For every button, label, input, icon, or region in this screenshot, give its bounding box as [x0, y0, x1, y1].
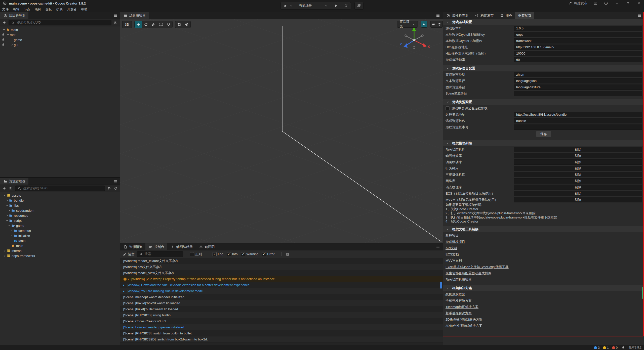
property-value-input[interactable] [514, 124, 642, 130]
filter-error-checkbox[interactable]: ✓Error [262, 252, 274, 256]
asset-node-common[interactable]: common [0, 228, 120, 233]
console-log-row[interactable]: [Scene] Forward render pipeline initiali… [120, 324, 443, 330]
hierarchy-node-root[interactable]: root [0, 32, 120, 37]
doc-link[interactable]: Tiledmap地图解决方案 [443, 304, 644, 310]
transform-tool-button[interactable] [165, 21, 172, 28]
filter-info-checkbox[interactable]: ✓Info [227, 252, 238, 256]
platform-select[interactable] [281, 2, 296, 9]
doc-link[interactable]: API文档 [443, 245, 644, 251]
menu-编辑[interactable]: 编辑 [11, 7, 22, 12]
camera-settings-button[interactable] [431, 21, 437, 27]
console-log-row[interactable]: [Window] model_view文件夹不存在 [120, 270, 443, 276]
expand-open-icon[interactable] [3, 194, 7, 197]
console-log-row[interactable]: [Window] ecs文件夹不存在 [120, 264, 443, 270]
menu-面板[interactable]: 面板 [43, 7, 54, 12]
asset-node-resources[interactable]: resources [0, 213, 120, 218]
tab-动画编辑器[interactable]: 动画编辑器 [167, 243, 196, 250]
doc-link[interactable]: ECS文档 [443, 251, 644, 257]
asset-node-assets[interactable]: assets [0, 193, 120, 198]
expand-log-icon[interactable]: ▸ [128, 277, 131, 281]
play-button[interactable] [331, 2, 341, 9]
help-button[interactable]: ? [601, 0, 611, 7]
asset-node-libs[interactable]: libs [0, 203, 120, 208]
expand-open-icon[interactable] [2, 28, 6, 31]
asset-node-game[interactable]: game [0, 223, 120, 228]
remove-module-button[interactable]: 剔除 [514, 178, 642, 184]
assets-menu-button[interactable] [110, 178, 120, 185]
inspector-scrollbar[interactable] [642, 287, 643, 299]
asset-node-bundle[interactable]: bundle [0, 198, 120, 203]
hierarchy-node-gui[interactable]: gui [0, 42, 120, 47]
expand-log-icon[interactable]: ▸ [123, 283, 127, 287]
hierarchy-menu-button[interactable] [110, 12, 120, 19]
section-header[interactable]: 游戏多语言配置 [443, 65, 644, 71]
property-value-input[interactable]: oops [514, 32, 642, 37]
coordinate-toggle-button[interactable] [183, 21, 190, 28]
assets-filter-button[interactable] [107, 186, 111, 191]
scene-viewport[interactable]: Y X Z 3D [120, 19, 443, 243]
doc-link[interactable]: 战棋游戏框架 [443, 291, 644, 297]
remove-module-button[interactable]: 剔除 [514, 172, 642, 177]
doc-link[interactable]: 2D角色扮演游戏解决方案 [443, 316, 644, 323]
property-value-input[interactable]: language/json [514, 78, 642, 83]
section-header[interactable]: 游戏基础配置 [443, 19, 644, 25]
asset-node-seedrandom[interactable]: seedrandom [0, 208, 120, 213]
expand-open-icon[interactable] [5, 204, 9, 207]
scene-menu-button[interactable] [433, 12, 443, 19]
doc-link[interactable]: Excel格式转Json文件与TypeScript代码工具 [443, 264, 644, 270]
console-log-row[interactable]: ▸[Window] You are running Vue in develop… [120, 288, 443, 294]
menu-扩展[interactable]: 扩展 [54, 7, 65, 12]
filter-warning-checkbox[interactable]: ✓Warning [241, 252, 258, 256]
tab-动画图[interactable]: 动画图 [196, 243, 218, 250]
menu-开发者[interactable]: 开发者 [65, 7, 79, 12]
doc-link[interactable]: 教程项目 [443, 232, 644, 239]
asset-node-internal[interactable]: internal [0, 248, 120, 253]
preview-qr-button[interactable] [354, 2, 364, 10]
lock-icon[interactable] [2, 38, 5, 41]
expand-closed-icon[interactable] [5, 214, 9, 217]
regex-checkbox[interactable]: 正则 [190, 252, 202, 256]
tab-assets[interactable]: 资源管理器 [0, 178, 28, 185]
add-asset-button[interactable] [2, 186, 7, 191]
doc-link[interactable]: MVVM文档 [443, 257, 644, 264]
console-log-row[interactable]: [Scene] [bullet]:bullet wasm lib loaded. [120, 306, 443, 312]
console-search-input[interactable]: 搜索 [137, 251, 183, 257]
doc-link[interactable]: 新手引导解决方案 [443, 310, 644, 316]
assets-search-input[interactable]: 搜索名称或 UUID [15, 186, 105, 191]
menu-帮助[interactable]: 帮助 [79, 7, 90, 12]
menu-文件[interactable]: 文件 [0, 7, 11, 12]
console-log-row[interactable]: [Scene] Cocos Creator v3.8.2 [120, 318, 443, 324]
hierarchy-filter-button[interactable] [113, 20, 118, 25]
expand-closed-icon[interactable] [10, 234, 13, 237]
property-value-input[interactable]: 1.0.5 [514, 26, 642, 31]
remove-module-button[interactable]: 剔除 [514, 191, 642, 196]
expand-closed-icon[interactable] [3, 254, 7, 257]
clear-console-button[interactable]: 清空 [122, 252, 135, 256]
assets-refresh-button[interactable] [113, 186, 118, 191]
rect-tool-button[interactable] [157, 21, 165, 28]
section-header[interactable]: 框架模块剔除 [443, 140, 644, 146]
tab-属性检查器[interactable]: 属性检查器 [443, 12, 471, 19]
expand-closed-icon[interactable] [8, 209, 11, 212]
tab-资源预览[interactable]: 资源预览 [120, 243, 145, 250]
menu-节点[interactable]: 节点 [22, 7, 32, 12]
console-log-row[interactable]: [Scene] [PHYSICS]: switch from builtin t… [120, 330, 443, 336]
expand-log-icon[interactable]: ▸ [123, 289, 127, 293]
window-maximize-button[interactable] [623, 0, 633, 7]
remove-module-button[interactable]: 剔除 [514, 159, 642, 165]
tab-hierarchy[interactable]: 层级管理器 [0, 12, 28, 19]
hierarchy-node-game[interactable]: game [0, 37, 120, 42]
expand-open-icon[interactable] [5, 219, 9, 222]
property-value-input[interactable]: 10000 [514, 51, 642, 56]
move-tool-button[interactable] [135, 21, 142, 28]
asset-node-main[interactable]: main [0, 243, 120, 248]
property-value-input[interactable]: http://192.168.0.150/main/ [514, 45, 642, 50]
status-notifications-button[interactable] [621, 345, 625, 350]
section-header[interactable]: 框架解决方案 [443, 285, 644, 291]
expand-closed-icon[interactable] [3, 249, 7, 252]
doc-link[interactable]: 动画状态机编辑器 [443, 276, 644, 283]
remove-module-button[interactable]: 剔除 [514, 185, 642, 190]
asset-node-oops-framework[interactable]: oops-framework [0, 253, 120, 258]
remove-module-button[interactable]: 剔除 [514, 153, 642, 158]
expand-open-icon[interactable] [6, 33, 10, 36]
